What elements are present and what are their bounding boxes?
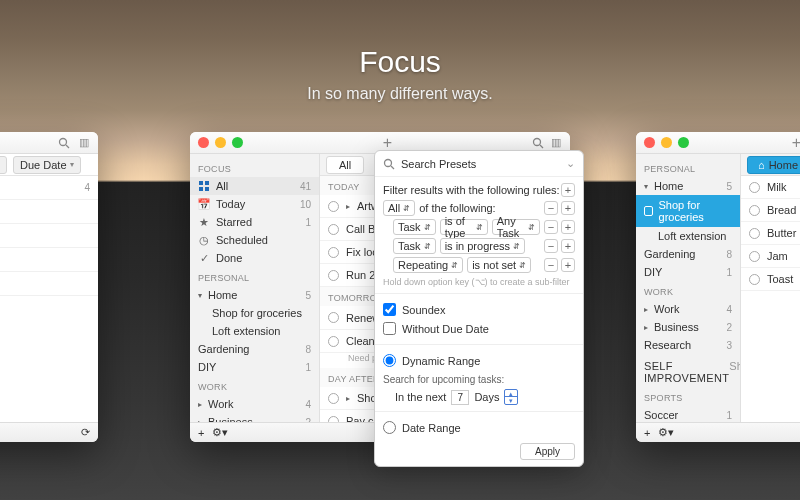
add-rule-button[interactable]: + [561, 201, 575, 215]
disclosure-icon[interactable]: ▾ [198, 291, 202, 300]
svg-rect-5 [205, 181, 209, 185]
dynamic-range-section: Dynamic Range Search for upcoming tasks:… [375, 345, 583, 412]
add-button[interactable]: + [383, 134, 392, 152]
disclosure-icon[interactable]: ▸ [198, 400, 202, 409]
min-dot[interactable] [661, 137, 672, 148]
chevron-down-icon[interactable]: ⌄ [566, 157, 575, 170]
list-item[interactable]: Today [0, 272, 98, 296]
add-rule-button[interactable]: + [561, 220, 575, 234]
sidebar-item-research[interactable]: Research3 [636, 336, 740, 354]
sidebar-item-scheduled[interactable]: ◷Scheduled [190, 231, 319, 249]
svg-point-8 [385, 159, 392, 166]
titlebar[interactable]: ▥ [0, 132, 98, 154]
sidebar-item-gardening[interactable]: Gardening8 [636, 245, 740, 263]
settings-icon[interactable]: ⚙▾ [658, 426, 674, 439]
date-range-radio[interactable]: Date Range [383, 418, 575, 437]
count-row: 4 [0, 176, 98, 200]
rule-field-select[interactable]: Task⇵ [393, 219, 436, 235]
sort-pill[interactable]: Due Date▾ [13, 156, 80, 174]
close-dot[interactable] [198, 137, 209, 148]
dynamic-range-radio[interactable]: Dynamic Range [383, 351, 575, 370]
add-button[interactable]: + [792, 134, 800, 152]
sidebar-item-loft[interactable]: Loft extension [636, 227, 740, 245]
sidebar-item-done[interactable]: ✓Done [190, 249, 319, 267]
grid-icon [198, 180, 210, 192]
search-icon[interactable] [532, 137, 544, 149]
remove-rule-button[interactable]: − [544, 201, 558, 215]
hero-title: Focus [0, 45, 800, 79]
show-toggle[interactable]: Show [729, 360, 741, 384]
sidebar-item-work[interactable]: ▸Work4 [190, 395, 319, 413]
sidebar-item-home[interactable]: ▾Home5 [190, 286, 319, 304]
task-row[interactable]: Bread [741, 199, 800, 222]
clock-icon: ◷ [198, 234, 210, 246]
section-header: WORK [636, 281, 740, 300]
hero: Focus In so many different ways. [0, 45, 800, 103]
columns-icon[interactable]: ▥ [78, 137, 90, 149]
check-icon: ✓ [198, 252, 210, 264]
soundex-checkbox[interactable]: Soundex [383, 300, 575, 319]
main-area: ⌂Home Shop for Milk Bread Butter Jam Toa… [741, 154, 800, 422]
rule-field-select[interactable]: Task⇵ [393, 238, 436, 254]
sidebar-item-today[interactable]: 📅Today10 [190, 195, 319, 213]
zoom-dot[interactable] [232, 137, 243, 148]
add-icon[interactable]: + [644, 427, 650, 439]
settings-icon[interactable]: ⚙▾ [212, 426, 228, 439]
remove-rule-button[interactable]: − [544, 258, 558, 272]
titlebar[interactable]: + [636, 132, 800, 154]
add-rule-button[interactable]: + [561, 183, 575, 197]
sidebar-item-work[interactable]: ▸Work4 [636, 300, 740, 318]
sidebar-item-soccer[interactable]: Soccer1 [636, 406, 740, 422]
task-row[interactable]: Jam [741, 245, 800, 268]
tab-home[interactable]: ⌂Home [747, 156, 800, 174]
add-icon[interactable]: + [198, 427, 204, 439]
sidebar: PERSONAL ▾Home5 Shop for groceries Loft … [636, 154, 741, 422]
search-icon[interactable] [58, 137, 70, 149]
apply-button[interactable]: Apply [520, 443, 575, 460]
sidebar-item-diy[interactable]: DIY1 [636, 263, 740, 281]
sidebar-item-gardening[interactable]: Gardening8 [190, 340, 319, 358]
tab-all[interactable]: All [326, 156, 364, 174]
list-item[interactable]: Today [0, 224, 98, 248]
hidden-tasks-pill[interactable]: 37 tasks hidden [0, 156, 7, 174]
rule-value-select[interactable]: Any Task⇵ [492, 219, 540, 235]
sidebar-item-starred[interactable]: ★Starred1 [190, 213, 319, 231]
add-rule-button[interactable]: + [561, 258, 575, 272]
task-row[interactable]: Toast [741, 268, 800, 291]
sidebar-item-diy[interactable]: DIY1 [190, 358, 319, 376]
sidebar-item-all[interactable]: All41 [190, 177, 319, 195]
section-header: PERSONAL [190, 267, 319, 286]
rule-field-select[interactable]: Repeating⇵ [393, 257, 463, 273]
close-dot[interactable] [644, 137, 655, 148]
sidebar-item-shop-selected[interactable]: Shop for groceries [636, 195, 740, 227]
columns-icon[interactable]: ▥ [550, 137, 562, 149]
without-due-checkbox[interactable]: Without Due Date [383, 319, 575, 338]
stepper[interactable]: ▴▾ [504, 389, 518, 405]
sidebar-item-home[interactable]: ▾Home5 [636, 177, 740, 195]
task-row[interactable]: Milk [741, 176, 800, 199]
section-header: WORK [190, 376, 319, 395]
remove-rule-button[interactable]: − [544, 239, 558, 253]
rule-select-all[interactable]: All⇵ [383, 200, 415, 216]
hero-subtitle: In so many different ways. [0, 85, 800, 103]
sidebar-item-loft[interactable]: Loft extension [190, 322, 319, 340]
popover-title: Search Presets [401, 158, 476, 170]
tab-bar: ⌂Home Shop for [741, 154, 800, 176]
zoom-dot[interactable] [678, 137, 689, 148]
add-rule-button[interactable]: + [561, 239, 575, 253]
rule-op-select[interactable]: is of type⇵ [440, 219, 488, 235]
rule-op-select[interactable]: is not set⇵ [467, 257, 531, 273]
svg-point-2 [534, 138, 541, 145]
rule-op-select[interactable]: is in progress⇵ [440, 238, 525, 254]
sidebar-item-business[interactable]: ▸Business2 [190, 413, 319, 422]
list-item[interactable]: Today [0, 248, 98, 272]
sidebar-item-business[interactable]: ▸Business2 [636, 318, 740, 336]
days-input[interactable] [451, 390, 469, 405]
remove-rule-button[interactable]: − [544, 220, 558, 234]
task-row[interactable]: Butter [741, 222, 800, 245]
sidebar-item-shop[interactable]: Shop for groceries [190, 304, 319, 322]
min-dot[interactable] [215, 137, 226, 148]
sync-icon[interactable]: ⟳ [81, 426, 90, 439]
list-item[interactable]: Today [0, 200, 98, 224]
section-header: FOCUS [190, 158, 319, 177]
